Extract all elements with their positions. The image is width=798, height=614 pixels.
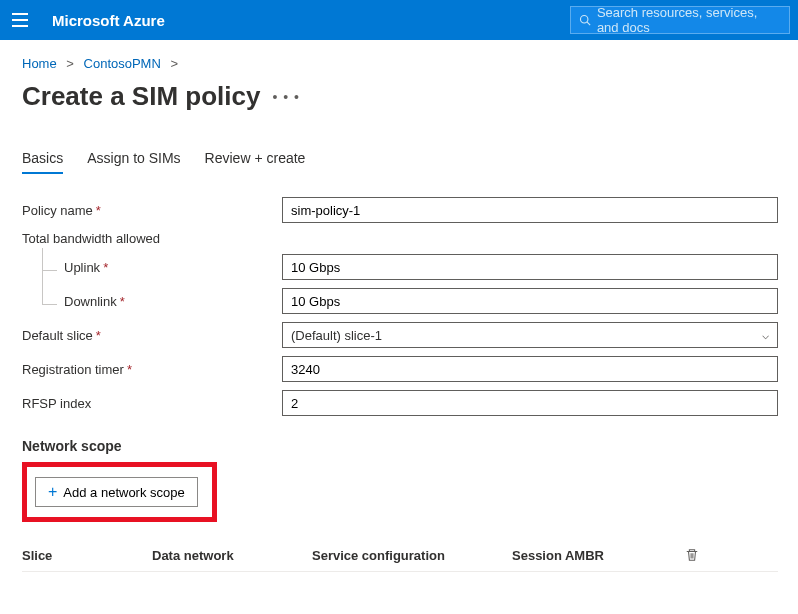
- registration-timer-input[interactable]: [282, 356, 778, 382]
- tab-bar: Basics Assign to SIMs Review + create: [22, 144, 778, 175]
- chevron-right-icon: >: [170, 56, 178, 71]
- downlink-label: Downlink*: [22, 294, 282, 309]
- breadcrumb: Home > ContosoPMN >: [22, 56, 778, 71]
- breadcrumb-home[interactable]: Home: [22, 56, 57, 71]
- chevron-down-icon: ⌵: [762, 328, 769, 342]
- breadcrumb-parent[interactable]: ContosoPMN: [84, 56, 161, 71]
- default-slice-value: (Default) slice-1: [291, 328, 382, 343]
- downlink-input[interactable]: [282, 288, 778, 314]
- add-network-scope-button[interactable]: + Add a network scope: [35, 477, 198, 507]
- rfsp-index-input[interactable]: [282, 390, 778, 416]
- column-session-ambr: Session AMBR: [512, 548, 672, 565]
- global-search-input[interactable]: Search resources, services, and docs: [570, 6, 790, 34]
- default-slice-select[interactable]: (Default) slice-1 ⌵: [282, 322, 778, 348]
- add-network-scope-label: Add a network scope: [63, 485, 184, 500]
- svg-line-1: [587, 22, 590, 25]
- highlight-annotation: + Add a network scope: [22, 462, 217, 522]
- rfsp-index-label: RFSP index: [22, 396, 282, 411]
- tab-review-create[interactable]: Review + create: [205, 144, 306, 174]
- more-actions-icon[interactable]: • • •: [272, 89, 299, 105]
- network-scope-table-header: Slice Data network Service configuration…: [22, 542, 778, 572]
- total-bandwidth-label: Total bandwidth allowed: [22, 231, 778, 246]
- column-service-configuration: Service configuration: [312, 548, 512, 565]
- search-placeholder: Search resources, services, and docs: [597, 5, 781, 35]
- policy-name-input[interactable]: [282, 197, 778, 223]
- hamburger-menu-icon[interactable]: [8, 8, 32, 32]
- tab-assign-to-sims[interactable]: Assign to SIMs: [87, 144, 180, 174]
- uplink-label: Uplink*: [22, 260, 282, 275]
- chevron-right-icon: >: [66, 56, 74, 71]
- page-title: Create a SIM policy: [22, 81, 260, 112]
- network-scope-section-title: Network scope: [22, 438, 778, 454]
- plus-icon: +: [48, 484, 57, 500]
- svg-point-0: [580, 16, 587, 23]
- search-icon: [579, 13, 591, 27]
- delete-all-icon[interactable]: [672, 548, 712, 565]
- brand-label: Microsoft Azure: [52, 12, 165, 29]
- column-slice: Slice: [22, 548, 152, 565]
- registration-timer-label: Registration timer*: [22, 362, 282, 377]
- default-slice-label: Default slice*: [22, 328, 282, 343]
- policy-name-label: Policy name*: [22, 203, 282, 218]
- column-data-network: Data network: [152, 548, 312, 565]
- tab-basics[interactable]: Basics: [22, 144, 63, 174]
- uplink-input[interactable]: [282, 254, 778, 280]
